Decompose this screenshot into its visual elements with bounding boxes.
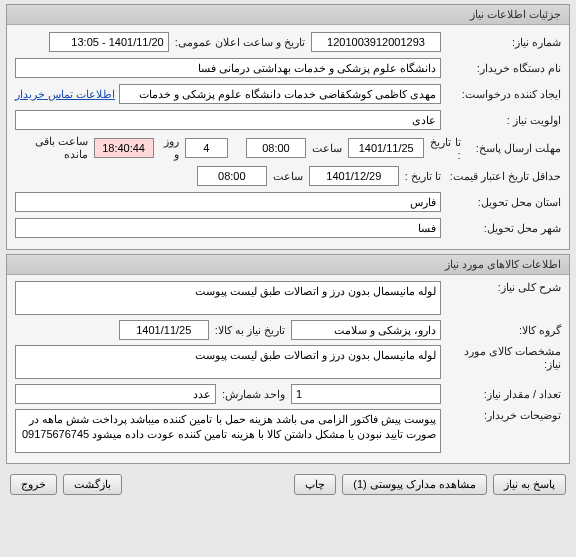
unit-label: واحد شمارش: [216, 388, 291, 401]
requester-value: مهدی کاظمی کوشکقاضی خدمات دانشگاه علوم پ… [119, 84, 441, 104]
desc-value: لوله مانیسمال بدون درز و اتصالات طبق لیس… [15, 281, 441, 315]
group-label: گروه کالا: [441, 324, 561, 337]
spec-label: مشخصات کالای مورد نیاز: [441, 345, 561, 371]
spec-value: لوله مانیسمال بدون درز و اتصالات طبق لیس… [15, 345, 441, 379]
buyer-label: نام دستگاه خریدار: [441, 62, 561, 75]
announce-value: 1401/11/20 - 13:05 [49, 32, 169, 52]
deadline-date: 1401/11/25 [348, 138, 425, 158]
back-button[interactable]: بازگشت [63, 474, 122, 495]
price-validity-time: 08:00 [197, 166, 267, 186]
panel1-header: جزئیات اطلاعات نیاز [7, 5, 569, 25]
deadline-time: 08:00 [246, 138, 306, 158]
button-bar: پاسخ به نیاز مشاهده مدارک پیوستی (1) چاپ… [0, 468, 576, 501]
need-no-label: شماره نیاز: [441, 36, 561, 49]
buyer-notes-value: پیوست پیش فاکتور الزامی می باشد هزینه حم… [15, 409, 441, 453]
priority-value: عادی [15, 110, 441, 130]
price-validity-label: حداقل تاریخ اعتبار قیمت: [441, 170, 561, 183]
unit-value: عدد [15, 384, 216, 404]
city-label: شهر محل تحویل: [441, 222, 561, 235]
city-value: فسا [15, 218, 441, 238]
price-validity-todate-label: تا تاریخ : [399, 170, 441, 183]
attachments-button[interactable]: مشاهده مدارک پیوستی (1) [342, 474, 487, 495]
priority-label: اولویت نیاز : [441, 114, 561, 127]
deadline-time-label: ساعت [306, 142, 348, 155]
goods-info-panel: اطلاعات کالاهای مورد نیاز شرح کلی نیاز: … [6, 254, 570, 464]
respond-button[interactable]: پاسخ به نیاز [493, 474, 566, 495]
buyer-value: دانشگاه علوم پزشکی و خدمات بهداشتی درمان… [15, 58, 441, 78]
exit-button[interactable]: خروج [10, 474, 57, 495]
need-date-value: 1401/11/25 [119, 320, 209, 340]
need-date-label: تاریخ نیاز به کالا: [209, 324, 291, 337]
price-validity-time-label: ساعت [267, 170, 309, 183]
deadline-label: مهلت ارسال پاسخ: [461, 142, 561, 155]
print-button[interactable]: چاپ [294, 474, 336, 495]
deadline-todate-label: تا تاریخ : [424, 136, 460, 161]
announce-label: تاریخ و ساعت اعلان عمومی: [169, 36, 311, 49]
need-details-panel: جزئیات اطلاعات نیاز شماره نیاز: 12010039… [6, 4, 570, 250]
panel2-header: اطلاعات کالاهای مورد نیاز [7, 255, 569, 275]
requester-label: ایجاد کننده درخواست: [441, 88, 561, 101]
buyer-notes-label: توضیحات خریدار: [441, 409, 561, 422]
qty-value: 1 [291, 384, 441, 404]
contact-link[interactable]: اطلاعات تماس خریدار [15, 88, 115, 101]
days-and-label: روز و [154, 135, 185, 161]
province-value: فارس [15, 192, 441, 212]
remain-days: 4 [185, 138, 228, 158]
remain-time: 18:40:44 [94, 138, 154, 158]
group-value: دارو، پزشکی و سلامت [291, 320, 441, 340]
remain-suffix: ساعت باقی مانده [15, 135, 94, 161]
need-no-value: 1201003912001293 [311, 32, 441, 52]
qty-label: تعداد / مقدار نیاز: [441, 388, 561, 401]
desc-label: شرح کلی نیاز: [441, 281, 561, 294]
province-label: استان محل تحویل: [441, 196, 561, 209]
price-validity-date: 1401/12/29 [309, 166, 399, 186]
